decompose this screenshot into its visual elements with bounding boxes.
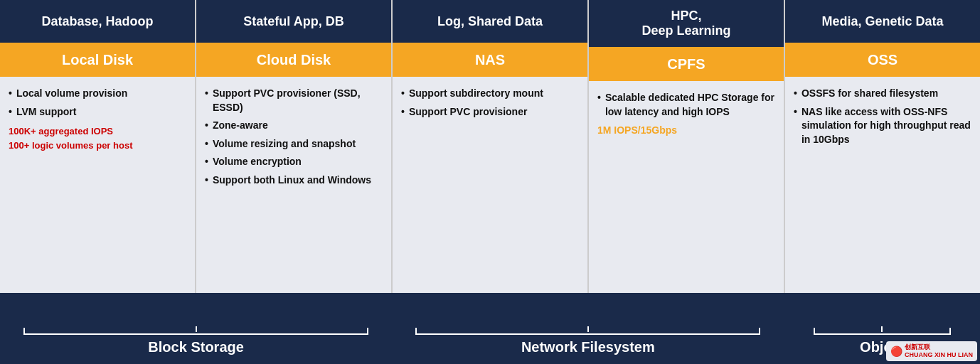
bottom-section: Block Storage Network Filesystem Object … [0,293,980,364]
col-oss: Media, Genetic DataOSSOSSFS for shared f… [785,0,980,293]
network-filesystem-label: Network Filesystem [521,339,655,355]
col-body-cloud-disk: Support PVC provisioner (SSD, ESSD)Zone-… [196,77,391,293]
list-item-cloud-disk-3: Volume encryption [205,155,383,169]
bracket-line-network [415,333,760,335]
col-header-oss: Media, Genetic Data [785,0,980,43]
block-storage-group: Block Storage [0,296,392,364]
col-header-local-disk: Database, Hadoop [0,0,195,43]
list-item-oss-1: NAS like access with OSS-NFS simulation … [794,105,971,147]
network-filesystem-group: Network Filesystem [392,296,784,364]
list-item-cloud-disk-1: Zone-aware [205,119,383,133]
list-item-local-disk-1: LVM support [9,105,186,119]
col-local-disk: Database, HadoopLocal DiskLocal volume p… [0,0,196,293]
col-list-oss: OSSFS for shared filesystemNAS like acce… [794,87,971,146]
col-body-local-disk: Local volume provisionLVM support100K+ a… [0,77,195,293]
orange-text-cpfs: 1M IOPS/15Gbps [597,124,775,136]
object-group: Object 🔴 创新互联CHUANG XIN HU LIAN [784,296,980,364]
col-cloud-disk: Stateful App, DBCloud DiskSupport PVC pr… [196,0,393,293]
list-item-cpfs-0: Scalable dedicated HPC Storage for low l… [597,91,775,119]
bracket-line-object [814,333,951,335]
col-body-cpfs: Scalable dedicated HPC Storage for low l… [589,81,784,293]
top-grid: Database, HadoopLocal DiskLocal volume p… [0,0,980,293]
col-cpfs: HPC, Deep LearningCPFSScalable dedicated… [589,0,785,293]
bracket-tick-object [794,326,970,332]
col-title-local-disk: Local Disk [0,43,195,77]
list-item-local-disk-0: Local volume provision [9,87,186,101]
list-item-nas-0: Support subdirectory mount [401,87,579,101]
red-text-local-disk: 100K+ aggregated IOPS 100+ logic volumes… [9,124,186,152]
list-item-cloud-disk-2: Volume resizing and snapshot [205,137,383,151]
main-container: Database, HadoopLocal DiskLocal volume p… [0,0,980,364]
col-body-nas: Support subdirectory mountSupport PVC pr… [393,77,587,293]
list-item-cloud-disk-4: Support both Linux and Windows [205,173,383,188]
watermark-text: 创新互联CHUANG XIN HU LIAN [905,343,973,359]
col-nas: Log, Shared DataNASSupport subdirectory … [393,0,589,293]
col-list-local-disk: Local volume provisionLVM support [9,87,186,119]
watermark-icon: 🔴 [890,346,902,357]
col-header-cpfs: HPC, Deep Learning [589,0,784,47]
col-title-cloud-disk: Cloud Disk [196,43,391,77]
bottom-labels: Block Storage Network Filesystem Object … [0,296,980,364]
col-list-cpfs: Scalable dedicated HPC Storage for low l… [597,91,775,119]
col-list-cloud-disk: Support PVC provisioner (SSD, ESSD)Zone-… [205,87,383,188]
bracket-tick-network [412,326,765,332]
col-body-oss: OSSFS for shared filesystemNAS like acce… [785,77,980,293]
col-title-cpfs: CPFS [589,47,784,81]
list-item-oss-0: OSSFS for shared filesystem [794,87,971,101]
col-header-nas: Log, Shared Data [393,0,587,43]
col-title-nas: NAS [393,43,587,77]
bracket-tick-block [20,326,373,332]
list-item-cloud-disk-0: Support PVC provisioner (SSD, ESSD) [205,87,383,114]
list-item-nas-1: Support PVC provisioner [401,105,579,119]
col-list-nas: Support subdirectory mountSupport PVC pr… [401,87,579,119]
block-storage-label: Block Storage [148,339,243,355]
col-title-oss: OSS [785,43,980,77]
col-header-cloud-disk: Stateful App, DB [196,0,391,43]
bracket-line-block [23,333,368,335]
watermark: 🔴 创新互联CHUANG XIN HU LIAN [886,341,977,361]
